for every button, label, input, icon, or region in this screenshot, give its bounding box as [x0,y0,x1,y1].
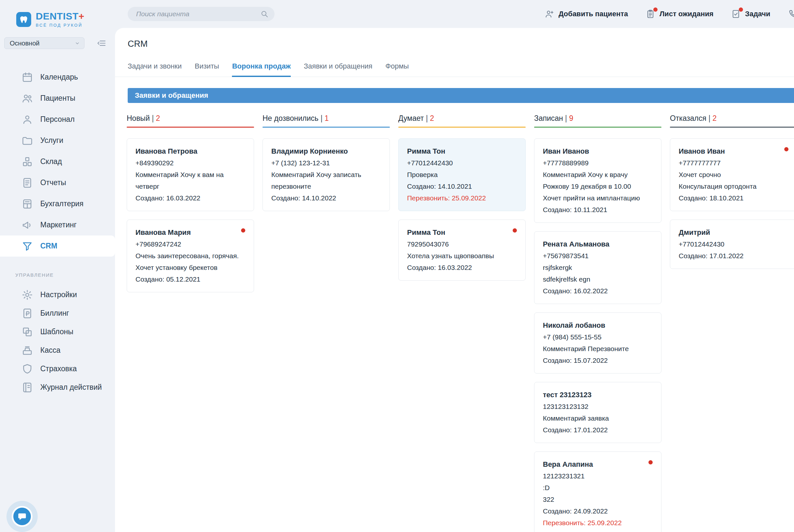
sidebar-item-crm[interactable]: CRM [0,235,115,256]
lead-card[interactable]: Вера Алапина12123231321:D322Создано: 24.… [534,452,661,532]
clinic-selector[interactable]: Основной [4,37,84,49]
topbar: Добавить пациентаЛист ожиданияЗадачиС [115,0,794,28]
lead-detail: Хочет срочно [679,169,789,180]
lead-name: Римма Тон [407,146,517,157]
search-input[interactable] [128,7,275,21]
sidebar-item-label: Услуги [40,136,63,145]
sidebar-item-patients[interactable]: Пациенты [0,88,115,109]
topbar-action-label: Добавить пациента [559,10,628,18]
search-icon[interactable] [260,10,269,18]
lead-name: Николай лобанов [543,320,653,331]
lead-created: Создано: 14.10.2022 [271,192,381,204]
sidebar-item-accounting[interactable]: Бухгалтерия [0,193,115,214]
lead-card[interactable]: Владимир Корниенко+7 (132) 123-12-31Комм… [263,138,390,211]
sidebar-item-label: Маркетинг [40,221,77,229]
funnel-column-header: Записан | 9 [534,114,661,123]
topbar-action-add-patient[interactable]: Добавить пациента [545,9,628,19]
sidebar-item-label: Журнал действий [40,383,102,392]
lead-detail: 79295043076 [407,239,517,250]
lead-detail: +77778889989 [543,157,653,169]
topbar-action-waiting-list[interactable]: Лист ожидания [645,9,714,19]
funnel-column-cards: Иванов Иван+7777777777Хочет срочноКонсул… [670,138,794,269]
funnel-column-header: Не дозвонились | 1 [263,114,390,123]
funnel-column-cards: Иванова Петрова+849390292Комментарий Хоч… [127,138,254,292]
lead-card[interactable]: Иванов Иван+7777777777Хочет срочноКонсул… [670,138,794,211]
lead-card[interactable]: Римма Тон+77012442430ПроверкаСоздано: 14… [398,138,526,211]
sidebar-item-billing[interactable]: Биллинг [0,304,115,323]
sidebar-item-marketing[interactable]: Маркетинг [0,214,115,235]
chevron-down-icon [75,41,80,46]
lead-created: Создано: 10.11.2021 [543,204,653,216]
lead-card[interactable]: Рената Альманова+75679873541rsjfskergksd… [534,231,661,304]
lead-detail: Хотела узнать щвопвоапвы [407,250,517,262]
sidebar-item-warehouse[interactable]: Склад [0,151,115,172]
chat-button[interactable] [6,501,38,532]
sidebar-item-staff[interactable]: Персонал [0,109,115,130]
lead-detail: rsjfskergk [543,262,653,273]
insurance-icon [21,363,33,375]
topbar-action-label: Лист ожидания [660,10,714,18]
funnel-column-count: 9 [569,114,573,122]
sidebar-item-templates[interactable]: Шаблоны [0,323,115,341]
phone-icon [788,9,794,19]
unread-dot [784,147,789,151]
lead-name: Иванова Петрова [135,146,245,157]
templates-icon [21,326,33,338]
sidebar-item-insurance[interactable]: Страховка [0,360,115,378]
lead-detail: Очень заинтересована, горячая. [135,250,245,262]
crm-tab[interactable]: Воронка продаж [232,62,291,77]
clinic-selector-value: Основной [10,40,40,47]
sidebar-item-label: Биллинг [40,309,69,318]
calendar-icon [21,72,33,83]
lead-created: Создано: 16.03.2022 [407,262,517,273]
lead-card[interactable]: Дмитрий+77012442430Создано: 17.01.2022 [670,220,794,269]
services-icon [21,135,33,147]
lead-detail: 12123231321 [543,470,653,482]
main-panel: CRM Задачи и звонкиВизитыВоронка продажЗ… [115,28,794,532]
sidebar-item-calendar[interactable]: Календарь [0,66,115,88]
brand-name-text: DENTIST [36,11,79,21]
sidebar-item-actionlog[interactable]: Журнал действий [0,378,115,397]
lead-detail: Хочет установку брекетов [135,262,245,273]
crm-tab[interactable]: Формы [385,62,409,77]
lead-card[interactable]: Римма Тон79295043076Хотела узнать щвопво… [398,220,526,281]
funnel-column-count: 2 [713,114,717,122]
lead-card[interactable]: Николай лобанов+7 (984) 555-15-55Коммент… [534,312,661,374]
brand-logo: DENTIST+ ВСЁ ПОД РУКОЙ [0,0,115,27]
sidebar: DENTIST+ ВСЁ ПОД РУКОЙ Основной Календар… [0,0,115,532]
funnel-column-accent [670,127,794,128]
sidebar-item-reports[interactable]: Отчеты [0,172,115,193]
lead-card[interactable]: Иванова Мария+79689247242Очень заинтерес… [127,220,254,292]
funnel-column-cards: Владимир Корниенко+7 (132) 123-12-31Комм… [263,138,390,211]
add-patient-icon [545,9,554,19]
funnel-column-separator: | [563,114,569,122]
sidebar-item-label: Настройки [40,290,77,299]
board-header: Заявки и обращения [128,88,794,103]
lead-card[interactable]: тест 23123123123123123132Комментарий зая… [534,382,661,443]
lead-recall: Перезвонить: 25.09.2022 [407,192,517,204]
management-section-label: УПРАВЛЕНИЕ [15,272,115,278]
crm-icon [21,240,33,252]
settings-icon [21,289,33,301]
sidebar-item-services[interactable]: Услуги [0,130,115,151]
add-patient-icon-wrap [545,9,554,19]
staff-icon [21,114,33,126]
funnel-column-cards: Иван Иванов+77778889989Комментарий Хочу … [534,138,661,532]
sidebar-item-label: Пациенты [40,94,75,102]
lead-card[interactable]: Иванова Петрова+849390292Комментарий Хоч… [127,138,254,211]
lead-card[interactable]: Иван Иванов+77778889989Комментарий Хочу … [534,138,661,223]
crm-tab[interactable]: Визиты [195,62,219,77]
collapse-sidebar-icon[interactable] [97,38,107,48]
lead-detail: +7777777777 [679,157,789,169]
brand-tagline: ВСЁ ПОД РУКОЙ [36,23,84,27]
sidebar-item-settings[interactable]: Настройки [0,285,115,304]
lead-created: Создано: 15.07.2022 [543,355,653,366]
notification-badge [739,7,743,12]
topbar-action-calls[interactable]: С [788,9,794,19]
sidebar-item-cashdesk[interactable]: Касса [0,341,115,360]
crm-tab[interactable]: Задачи и звонки [128,62,182,77]
crm-tab[interactable]: Заявки и обращения [304,62,372,77]
crm-tabs: Задачи и звонкиВизитыВоронка продажЗаявк… [115,62,794,77]
topbar-action-tasks[interactable]: Задачи [731,9,770,19]
funnel-column-accent [398,127,526,128]
